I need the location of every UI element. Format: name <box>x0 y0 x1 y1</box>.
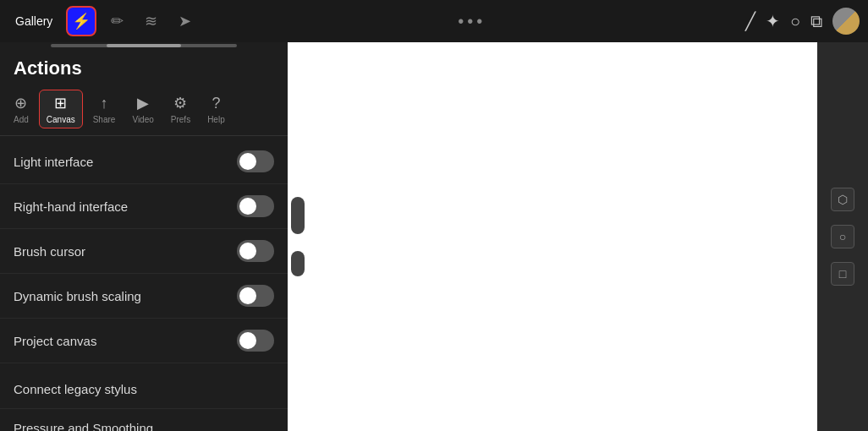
overflow-menu-icon[interactable]: ••• <box>458 12 486 31</box>
tab-add-label: Add <box>14 115 29 124</box>
main-area: Actions ⊕ Add ⊞ Canvas ↑ Share ▶ Video ⚙… <box>0 42 868 431</box>
light-interface-label: Light interface <box>14 155 93 169</box>
link-settings-list: Connect legacy stylus Pressure and Smoot… <box>0 367 288 431</box>
setting-brush-cursor: Brush cursor <box>0 229 288 274</box>
active-tool-icon[interactable]: ⚡ <box>66 6 96 36</box>
tab-prefs-label: Prefs <box>171 115 190 124</box>
toolbar-left: Gallery ⚡ ✏ ≋ ➤ <box>8 6 198 36</box>
brush-cursor-toggle[interactable] <box>237 240 274 262</box>
toolbar: Gallery ⚡ ✏ ≋ ➤ ••• ╱ ✦ ○ ⧉ <box>0 0 868 42</box>
pen-tool-icon[interactable]: ╱ <box>745 11 755 31</box>
setting-dynamic-brush: Dynamic brush scaling <box>0 274 288 319</box>
help-tab-icon: ? <box>212 95 220 112</box>
project-canvas-label: Project canvas <box>14 334 96 348</box>
drawing-canvas[interactable] <box>288 42 817 431</box>
share-tab-icon: ↑ <box>101 95 108 112</box>
action-tabs: ⊕ Add ⊞ Canvas ↑ Share ▶ Video ⚙ Prefs ?… <box>0 86 288 136</box>
tab-help[interactable]: ? Help <box>201 91 232 128</box>
project-canvas-toggle[interactable] <box>237 330 274 352</box>
tab-canvas-label: Canvas <box>47 115 75 124</box>
light-interface-toggle[interactable] <box>237 150 274 172</box>
tab-canvas[interactable]: ⊞ Canvas <box>39 90 83 128</box>
tab-prefs[interactable]: ⚙ Prefs <box>164 90 197 128</box>
prefs-tab-icon: ⚙ <box>173 94 187 112</box>
setting-project-canvas: Project canvas <box>0 319 288 363</box>
tab-help-label: Help <box>207 115 225 124</box>
panel-title: Actions <box>0 49 288 86</box>
right-hand-label: Right-hand interface <box>14 199 128 214</box>
pressure-smoothing-label: Pressure and Smoothing <box>14 421 153 431</box>
add-tab-icon: ⊕ <box>14 94 27 112</box>
actions-panel: Actions ⊕ Add ⊞ Canvas ↑ Share ▶ Video ⚙… <box>0 42 288 431</box>
connect-legacy-stylus-row[interactable]: Connect legacy stylus <box>0 370 288 409</box>
toggle-settings-list: Light interface Right-hand interface Bru… <box>0 136 288 367</box>
toggle-thumb <box>239 287 256 304</box>
canvas-tab-icon: ⊞ <box>54 94 67 112</box>
toggle-thumb <box>239 243 256 259</box>
right-hand-toggle[interactable] <box>237 195 274 217</box>
warp-tool-icon[interactable]: ≋ <box>137 8 164 35</box>
tab-share[interactable]: ↑ Share <box>86 91 123 128</box>
setting-light-interface: Light interface <box>0 139 288 184</box>
right-panel-icon-1[interactable]: ⬡ <box>831 188 854 211</box>
right-panel: ⬡ ○ □ <box>817 42 868 431</box>
right-panel-icon-2[interactable]: ○ <box>831 225 854 248</box>
toolbar-right: ╱ ✦ ○ ⧉ <box>745 8 860 35</box>
gallery-button[interactable]: Gallery <box>8 11 59 31</box>
video-tab-icon: ▶ <box>137 94 149 112</box>
tab-video[interactable]: ▶ Video <box>125 90 160 128</box>
scroll-indicator <box>0 42 288 49</box>
pencil-tool-icon[interactable]: ✏ <box>103 8 130 35</box>
brush-cursor-label: Brush cursor <box>14 244 85 259</box>
color-swatch[interactable] <box>832 8 860 35</box>
arrow-tool-icon[interactable]: ➤ <box>171 8 198 35</box>
brush-size-handle[interactable] <box>291 197 305 234</box>
toggle-thumb <box>239 153 256 170</box>
scroll-thumb <box>107 44 181 47</box>
left-handles <box>288 42 308 431</box>
scroll-track <box>51 44 237 47</box>
pressure-smoothing-row[interactable]: Pressure and Smoothing <box>0 409 288 431</box>
connect-legacy-stylus-label: Connect legacy stylus <box>14 382 137 396</box>
toggle-thumb <box>239 198 256 215</box>
toolbar-center: ••• <box>198 12 745 31</box>
canvas-area <box>288 42 817 431</box>
dynamic-brush-label: Dynamic brush scaling <box>14 289 141 303</box>
tab-add[interactable]: ⊕ Add <box>7 90 36 128</box>
tab-share-label: Share <box>93 115 116 124</box>
eraser-tool-icon[interactable]: ✦ <box>766 11 780 31</box>
setting-right-hand: Right-hand interface <box>0 184 288 229</box>
layers-tool-icon[interactable]: ⧉ <box>810 12 822 31</box>
tab-video-label: Video <box>132 115 153 124</box>
toggle-thumb <box>239 332 256 349</box>
smudge-tool-icon[interactable]: ○ <box>790 12 800 31</box>
dynamic-brush-toggle[interactable] <box>237 285 274 307</box>
opacity-handle[interactable] <box>291 251 305 276</box>
right-panel-icon-3[interactable]: □ <box>831 262 854 286</box>
lightning-icon: ⚡ <box>72 12 91 30</box>
